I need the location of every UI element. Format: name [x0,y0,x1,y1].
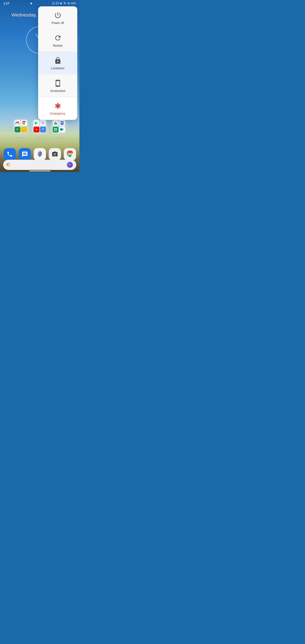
dot-indicator [30,3,32,4]
camera-dock-icon[interactable] [49,148,61,160]
messages-svg [22,151,28,158]
lockdown-label: Lockdown [51,66,64,70]
play-folder-grid [32,119,47,134]
play-folder[interactable]: Play [32,119,47,138]
chrome-dock-icon[interactable] [64,148,76,160]
svg-rect-0 [68,4,68,5]
play-store-icon [34,120,40,126]
app-folders: Google Play [0,119,80,138]
svg-rect-30 [56,130,57,131]
screenshot-icon-container [53,78,62,88]
phone-svg [6,151,13,158]
battery-level: 69% [71,2,76,5]
assistant-svg [68,163,72,167]
power-menu-main: Power off Restart Lockdown [38,6,77,97]
emergency-button[interactable]: ✱ Emergency [38,97,77,120]
svg-rect-1 [68,3,69,4]
wifi-icon [63,2,66,5]
nav-pill [29,170,50,172]
svg-rect-15 [24,130,24,131]
svg-point-36 [70,164,70,164]
power-menu: Power off Restart Lockdown [38,6,77,120]
play-books-icon [40,127,46,132]
docs-folder-grid [52,119,66,134]
drive-icon [53,120,59,126]
chrome-folder-icon [21,120,27,126]
lockdown-button[interactable]: Lockdown [38,52,77,74]
alarm-icon [52,2,55,5]
messages-dock-icon[interactable] [19,148,31,160]
play-games-icon [40,120,46,126]
svg-rect-9 [16,129,18,129]
docs-icon [59,120,65,126]
restart-button[interactable]: Restart [38,29,77,52]
screenshot-icon [54,80,62,87]
maps-svg [36,150,44,158]
status-icons: 69% [52,2,76,5]
svg-rect-13 [24,128,24,129]
emergency-label: Emergency [50,112,65,115]
nav-bar [0,170,80,172]
power-off-button[interactable]: Power off [38,6,77,29]
svg-rect-27 [54,128,56,130]
docs-folder-label: Docs [56,135,62,138]
docs-folder[interactable]: Docs [52,119,66,138]
svg-point-33 [69,153,70,155]
svg-rect-25 [61,123,62,123]
svg-rect-14 [24,129,24,129]
tables-icon [53,127,59,132]
svg-rect-23 [61,122,63,122]
svg-rect-21 [42,130,44,130]
power-icon [54,12,62,19]
svg-rect-20 [42,129,44,129]
lockdown-icon-container [53,56,62,65]
google-assistant-icon[interactable] [67,162,73,168]
maps-dock-icon[interactable] [34,148,46,160]
google-g-logo: G [6,162,10,168]
phone-dock-icon[interactable] [4,148,16,160]
svg-rect-22 [60,121,64,125]
emergency-icon: ✱ [55,102,61,110]
restart-icon-container [53,33,62,42]
google-folder[interactable]: Google [13,119,28,138]
camera-svg [52,151,58,158]
chrome-svg [66,150,74,158]
screenshot-button[interactable]: Screenshot [38,74,77,97]
search-bar[interactable]: G [3,160,76,170]
status-bar: 1:17 69% [0,0,80,6]
power-off-icon-container [53,10,62,20]
meet-icon [59,127,65,132]
google-folder-label: Google [16,135,25,138]
dock [0,148,80,160]
google-folder-grid [13,119,28,134]
status-time: 1:17 [4,2,9,5]
play-folder-label: Play [37,135,42,138]
svg-rect-31 [60,128,62,131]
cast-icon [56,2,59,5]
signal-icon [67,2,70,5]
screenshot-label: Screenshot [50,89,65,92]
power-off-label: Power off [52,21,64,24]
mute-icon [60,2,62,5]
emergency-section: ✱ Emergency [38,97,77,120]
keep-icon [21,127,27,132]
restart-icon [54,34,62,42]
gmail-icon [14,120,20,126]
svg-rect-2 [69,3,70,4]
lock-icon [54,57,62,64]
svg-rect-29 [54,130,56,131]
restart-label: Restart [53,44,62,47]
youtube-icon [34,127,40,132]
svg-rect-10 [16,129,18,130]
sheets-icon [14,127,20,132]
svg-point-35 [69,164,70,164]
svg-rect-28 [56,128,57,130]
